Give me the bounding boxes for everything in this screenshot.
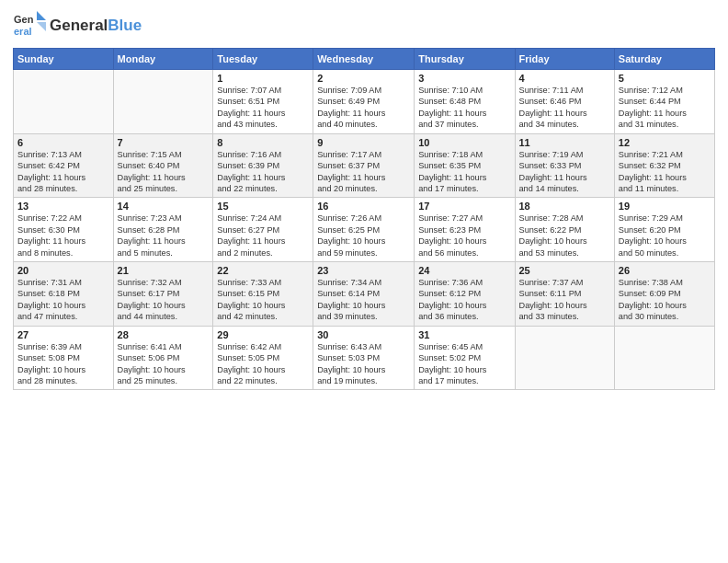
calendar-cell: 31Sunrise: 6:45 AM Sunset: 5:02 PM Dayli… [415, 326, 515, 390]
day-number: 1 [217, 73, 309, 84]
day-number: 6 [17, 137, 109, 148]
header-day-thursday: Thursday [415, 49, 515, 70]
day-number: 4 [519, 73, 610, 84]
svg-marker-2 [37, 11, 46, 20]
day-number: 28 [118, 329, 210, 340]
day-info: Sunrise: 6:39 AM Sunset: 5:08 PM Dayligh… [17, 341, 109, 387]
day-number: 25 [519, 265, 610, 276]
calendar-cell: 29Sunrise: 6:42 AM Sunset: 5:05 PM Dayli… [213, 326, 313, 390]
day-info: Sunrise: 7:37 AM Sunset: 6:11 PM Dayligh… [519, 277, 610, 323]
calendar-cell: 11Sunrise: 7:19 AM Sunset: 6:33 PM Dayli… [515, 133, 614, 198]
calendar-cell: 28Sunrise: 6:41 AM Sunset: 5:06 PM Dayli… [113, 326, 213, 390]
day-number: 17 [418, 201, 510, 212]
calendar-cell: 23Sunrise: 7:34 AM Sunset: 6:14 PM Dayli… [313, 262, 415, 327]
day-number: 10 [418, 137, 510, 148]
day-number: 12 [619, 137, 711, 148]
day-number: 22 [217, 265, 309, 276]
calendar-cell: 15Sunrise: 7:24 AM Sunset: 6:27 PM Dayli… [213, 198, 313, 262]
calendar-cell: 12Sunrise: 7:21 AM Sunset: 6:32 PM Dayli… [614, 133, 714, 198]
day-info: Sunrise: 6:43 AM Sunset: 5:03 PM Dayligh… [317, 341, 410, 387]
day-number: 30 [317, 329, 410, 340]
calendar-cell: 10Sunrise: 7:18 AM Sunset: 6:35 PM Dayli… [415, 133, 515, 198]
page-container: Gen eral GeneralBlue SundayMondayTuesday… [0, 0, 728, 399]
day-info: Sunrise: 7:17 AM Sunset: 6:37 PM Dayligh… [317, 149, 410, 195]
day-number: 23 [317, 265, 410, 276]
calendar-week-1: 1Sunrise: 7:07 AM Sunset: 6:51 PM Daylig… [14, 70, 715, 134]
day-number: 31 [418, 329, 510, 340]
day-info: Sunrise: 7:10 AM Sunset: 6:48 PM Dayligh… [418, 85, 510, 131]
logo: Gen eral GeneralBlue [13, 9, 142, 42]
day-info: Sunrise: 6:42 AM Sunset: 5:05 PM Dayligh… [217, 341, 309, 387]
day-number: 14 [118, 201, 210, 212]
day-info: Sunrise: 7:21 AM Sunset: 6:32 PM Dayligh… [619, 149, 711, 195]
day-number: 24 [418, 265, 510, 276]
calendar-cell: 16Sunrise: 7:26 AM Sunset: 6:25 PM Dayli… [313, 198, 415, 262]
day-number: 26 [619, 265, 711, 276]
day-info: Sunrise: 7:28 AM Sunset: 6:22 PM Dayligh… [519, 213, 610, 259]
logo-icon: Gen eral [13, 9, 46, 42]
calendar-cell: 22Sunrise: 7:33 AM Sunset: 6:15 PM Dayli… [213, 262, 313, 327]
calendar-header-row: SundayMondayTuesdayWednesdayThursdayFrid… [14, 49, 715, 70]
day-number: 2 [317, 73, 410, 84]
day-info: Sunrise: 7:36 AM Sunset: 6:12 PM Dayligh… [418, 277, 510, 323]
day-info: Sunrise: 7:22 AM Sunset: 6:30 PM Dayligh… [17, 213, 109, 259]
header: Gen eral GeneralBlue [13, 9, 715, 42]
day-number: 3 [418, 73, 510, 84]
day-info: Sunrise: 7:15 AM Sunset: 6:40 PM Dayligh… [118, 149, 210, 195]
calendar-week-4: 20Sunrise: 7:31 AM Sunset: 6:18 PM Dayli… [14, 262, 715, 327]
svg-text:eral: eral [14, 26, 32, 37]
day-info: Sunrise: 7:19 AM Sunset: 6:33 PM Dayligh… [519, 149, 610, 195]
day-number: 19 [619, 201, 711, 212]
day-number: 15 [217, 201, 309, 212]
calendar-cell: 25Sunrise: 7:37 AM Sunset: 6:11 PM Dayli… [515, 262, 614, 327]
day-number: 21 [118, 265, 210, 276]
header-day-tuesday: Tuesday [213, 49, 313, 70]
header-day-monday: Monday [113, 49, 213, 70]
calendar-table: SundayMondayTuesdayWednesdayThursdayFrid… [13, 48, 715, 390]
logo-blue-text: Blue [108, 17, 142, 34]
day-number: 5 [619, 73, 711, 84]
calendar-cell [113, 70, 213, 134]
calendar-cell: 6Sunrise: 7:13 AM Sunset: 6:42 PM Daylig… [14, 133, 114, 198]
calendar-cell: 17Sunrise: 7:27 AM Sunset: 6:23 PM Dayli… [415, 198, 515, 262]
day-number: 20 [17, 265, 109, 276]
svg-text:Gen: Gen [14, 14, 34, 25]
calendar-cell: 13Sunrise: 7:22 AM Sunset: 6:30 PM Dayli… [14, 198, 114, 262]
calendar-cell: 7Sunrise: 7:15 AM Sunset: 6:40 PM Daylig… [113, 133, 213, 198]
calendar-cell: 30Sunrise: 6:43 AM Sunset: 5:03 PM Dayli… [313, 326, 415, 390]
calendar-cell: 5Sunrise: 7:12 AM Sunset: 6:44 PM Daylig… [614, 70, 714, 134]
day-info: Sunrise: 7:23 AM Sunset: 6:28 PM Dayligh… [118, 213, 210, 259]
day-info: Sunrise: 7:13 AM Sunset: 6:42 PM Dayligh… [17, 149, 109, 195]
calendar-cell: 1Sunrise: 7:07 AM Sunset: 6:51 PM Daylig… [213, 70, 313, 134]
day-info: Sunrise: 7:29 AM Sunset: 6:20 PM Dayligh… [619, 213, 711, 259]
day-info: Sunrise: 7:16 AM Sunset: 6:39 PM Dayligh… [217, 149, 309, 195]
day-info: Sunrise: 7:18 AM Sunset: 6:35 PM Dayligh… [418, 149, 510, 195]
day-info: Sunrise: 7:24 AM Sunset: 6:27 PM Dayligh… [217, 213, 309, 259]
logo-general-text: General [50, 17, 108, 34]
day-info: Sunrise: 7:07 AM Sunset: 6:51 PM Dayligh… [217, 85, 309, 131]
calendar-cell [14, 70, 114, 134]
day-info: Sunrise: 6:45 AM Sunset: 5:02 PM Dayligh… [418, 341, 510, 387]
calendar-week-2: 6Sunrise: 7:13 AM Sunset: 6:42 PM Daylig… [14, 133, 715, 198]
calendar-week-5: 27Sunrise: 6:39 AM Sunset: 5:08 PM Dayli… [14, 326, 715, 390]
calendar-cell: 20Sunrise: 7:31 AM Sunset: 6:18 PM Dayli… [14, 262, 114, 327]
calendar-cell: 26Sunrise: 7:38 AM Sunset: 6:09 PM Dayli… [614, 262, 714, 327]
calendar-cell: 24Sunrise: 7:36 AM Sunset: 6:12 PM Dayli… [415, 262, 515, 327]
calendar-cell: 9Sunrise: 7:17 AM Sunset: 6:37 PM Daylig… [313, 133, 415, 198]
svg-marker-3 [37, 22, 46, 31]
calendar-cell: 3Sunrise: 7:10 AM Sunset: 6:48 PM Daylig… [415, 70, 515, 134]
calendar-cell: 21Sunrise: 7:32 AM Sunset: 6:17 PM Dayli… [113, 262, 213, 327]
calendar-cell: 8Sunrise: 7:16 AM Sunset: 6:39 PM Daylig… [213, 133, 313, 198]
calendar-cell [614, 326, 714, 390]
day-info: Sunrise: 7:34 AM Sunset: 6:14 PM Dayligh… [317, 277, 410, 323]
day-number: 9 [317, 137, 410, 148]
day-number: 7 [118, 137, 210, 148]
day-info: Sunrise: 7:11 AM Sunset: 6:46 PM Dayligh… [519, 85, 610, 131]
day-number: 8 [217, 137, 309, 148]
calendar-cell: 2Sunrise: 7:09 AM Sunset: 6:49 PM Daylig… [313, 70, 415, 134]
day-info: Sunrise: 7:09 AM Sunset: 6:49 PM Dayligh… [317, 85, 410, 131]
calendar-cell [515, 326, 614, 390]
day-info: Sunrise: 7:33 AM Sunset: 6:15 PM Dayligh… [217, 277, 309, 323]
day-info: Sunrise: 6:41 AM Sunset: 5:06 PM Dayligh… [118, 341, 210, 387]
calendar-cell: 14Sunrise: 7:23 AM Sunset: 6:28 PM Dayli… [113, 198, 213, 262]
